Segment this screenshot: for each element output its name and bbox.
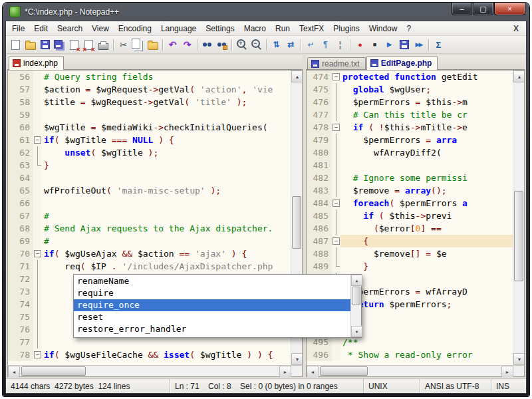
- scroll-down-icon[interactable]: ▼: [351, 326, 362, 337]
- fold-margin: [33, 298, 42, 311]
- menu-item-search[interactable]: Search: [53, 22, 87, 35]
- insert-mode[interactable]: INS: [491, 379, 526, 393]
- autocomplete-item-reset[interactable]: reset: [74, 311, 350, 323]
- word-wrap-button[interactable]: ↵: [304, 38, 318, 52]
- scroll-up-icon[interactable]: ▲: [291, 70, 303, 82]
- left-horizontal-scrollbar[interactable]: ◄ ►: [7, 365, 303, 377]
- replace-button[interactable]: [215, 38, 229, 52]
- menu-item-item[interactable]: ?: [402, 22, 416, 35]
- fold-collapse-icon[interactable]: [332, 235, 340, 247]
- redo-button[interactable]: ↷: [180, 38, 194, 52]
- left-vscroll-thumb[interactable]: [292, 196, 301, 249]
- fold-collapse-icon[interactable]: [332, 70, 340, 83]
- menu-item-settings[interactable]: Settings: [201, 22, 239, 35]
- show-all-characters-button[interactable]: ¶: [319, 38, 332, 52]
- autocomplete-item-require[interactable]: require: [74, 287, 350, 299]
- right-horizontal-scrollbar[interactable]: ◄ ►: [306, 365, 525, 377]
- close-button[interactable]: ×: [494, 3, 525, 15]
- fold-margin: [33, 172, 42, 184]
- right-vertical-scrollbar[interactable]: ▲ ▼: [513, 70, 524, 365]
- menu-item-encoding[interactable]: Encoding: [114, 22, 156, 35]
- find-button[interactable]: [200, 38, 214, 52]
- scroll-right-icon[interactable]: ►: [279, 366, 291, 377]
- show-indent-guide-button[interactable]: ¦: [333, 38, 347, 52]
- autocomplete-scrollbar[interactable]: ▲ ▼: [350, 275, 361, 337]
- open-file-button[interactable]: [23, 38, 37, 52]
- scroll-left-icon[interactable]: ◄: [307, 366, 319, 377]
- code-line: 488 $remove[] = $e: [307, 247, 513, 260]
- menu-item-view[interactable]: View: [87, 22, 114, 35]
- menu-item-file[interactable]: File: [7, 22, 29, 35]
- macro-stop-button[interactable]: ■: [368, 38, 382, 52]
- right-vscroll-thumb[interactable]: [514, 191, 523, 281]
- tab-index-php[interactable]: index.php: [9, 56, 64, 70]
- save-file-button[interactable]: [38, 38, 52, 52]
- sync-horizontal-scroll-button[interactable]: ⇄: [284, 38, 298, 52]
- menu-item-edit[interactable]: Edit: [29, 22, 53, 35]
- line-number: 57: [8, 83, 33, 96]
- undo-button[interactable]: ↶: [166, 38, 180, 52]
- right-vscroll-track[interactable]: [513, 82, 524, 353]
- save-all-icon: [54, 40, 63, 49]
- code-text: {: [340, 235, 513, 247]
- scroll-down-icon[interactable]: ▼: [513, 353, 525, 365]
- menu-item-plugins[interactable]: Plugins: [329, 22, 364, 35]
- menu-item-textfx[interactable]: TextFX: [295, 22, 329, 35]
- menu-close-document-button[interactable]: X: [507, 24, 525, 33]
- encoding[interactable]: ANSI as UTF-8: [420, 379, 491, 393]
- print-button[interactable]: [96, 38, 110, 52]
- right-hscroll-track[interactable]: [319, 366, 501, 376]
- tab-readme-txt[interactable]: readme.txt: [307, 57, 366, 69]
- save-all-button[interactable]: [53, 38, 66, 52]
- macro-save-button[interactable]: [397, 38, 411, 52]
- copy-button[interactable]: [131, 38, 145, 52]
- scroll-right-icon[interactable]: ►: [501, 366, 513, 377]
- eol-format[interactable]: UNIX: [364, 379, 420, 393]
- close-file-button[interactable]: [67, 38, 81, 52]
- scroll-up-icon[interactable]: ▲: [513, 70, 525, 82]
- title-bar[interactable]: *C:\index.php - Notepad++ – ▢ ×: [5, 3, 527, 21]
- autocomplete-scroll-thumb[interactable]: [352, 287, 360, 305]
- macro-run-multiple-button[interactable]: ▶▶: [412, 38, 426, 52]
- maximize-button[interactable]: ▢: [473, 3, 493, 15]
- sync-vertical-scroll-button[interactable]: ⇅: [269, 38, 283, 52]
- macro-playback-button[interactable]: ▶: [382, 38, 396, 52]
- fold-collapse-icon[interactable]: [332, 197, 340, 209]
- fold-collapse-icon[interactable]: [33, 348, 42, 361]
- menu-item-language[interactable]: Language: [156, 22, 201, 35]
- menu-item-macro[interactable]: Macro: [239, 22, 271, 35]
- fold-margin: [33, 197, 42, 209]
- new-file-button[interactable]: [9, 38, 23, 52]
- menu-item-window[interactable]: Window: [364, 22, 402, 35]
- fold-collapse-icon[interactable]: [332, 121, 340, 134]
- fold-collapse-icon[interactable]: [33, 247, 42, 260]
- scrollbar-corner: [291, 366, 302, 375]
- minimize-button[interactable]: –: [452, 3, 472, 15]
- menu-item-run[interactable]: Run: [271, 22, 295, 35]
- code-text: $remove = array();: [340, 184, 513, 197]
- fold-margin: [332, 134, 340, 146]
- zoom-out-button[interactable]: [249, 38, 263, 52]
- cut-button[interactable]: ✂: [116, 38, 130, 52]
- fold-collapse-icon[interactable]: [33, 134, 42, 146]
- code-text: $wgTitle = $mediaWiki->checkInitialQueri…: [42, 121, 291, 134]
- line-number: 484: [307, 197, 332, 209]
- paste-button[interactable]: [146, 38, 160, 52]
- autocomplete-scroll-track[interactable]: [351, 286, 361, 326]
- scroll-left-icon[interactable]: ◄: [8, 366, 20, 377]
- autocomplete-item-renamename[interactable]: renameName: [74, 275, 350, 287]
- tab-editpage-php[interactable]: EditPage.php: [366, 56, 438, 70]
- left-hscroll-thumb[interactable]: [21, 366, 86, 376]
- scroll-down-icon[interactable]: ▼: [291, 353, 303, 365]
- autocomplete-item-restore-error-handler[interactable]: restore_error_handler: [74, 323, 350, 335]
- scroll-up-icon[interactable]: ▲: [351, 275, 362, 286]
- autocomplete-item-require-once[interactable]: require_once: [74, 299, 350, 311]
- right-hscroll-thumb[interactable]: [320, 366, 368, 376]
- zoom-in-button[interactable]: [235, 38, 249, 52]
- textfx-tools-button[interactable]: Σ: [432, 38, 446, 52]
- code-text: /**: [340, 336, 513, 348]
- macro-record-button[interactable]: ●: [353, 38, 367, 52]
- close-all-button[interactable]: [82, 38, 96, 52]
- left-hscroll-track[interactable]: [20, 366, 279, 376]
- macro-run-multiple-icon: ▶▶: [414, 39, 424, 50]
